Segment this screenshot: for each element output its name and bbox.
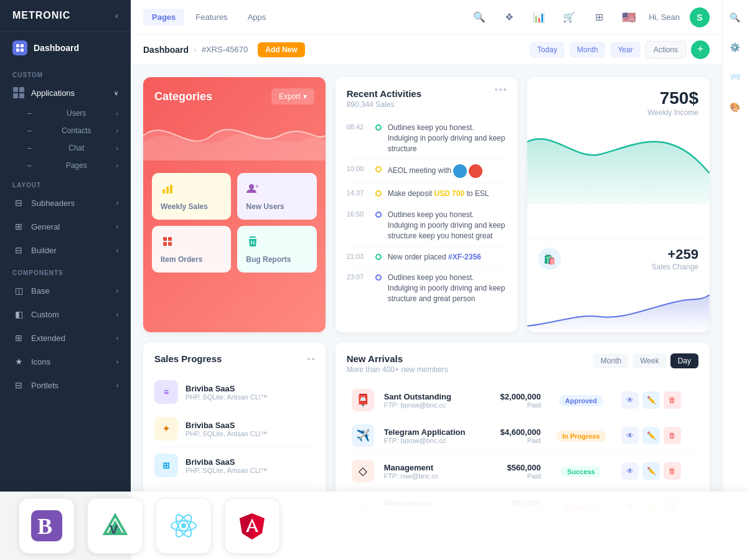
sidebar: METRONIC ‹ Dashboard CUSTOM Applications… [0, 0, 131, 560]
sp-item: ≡ Briviba SaaS PHP, SQLite, Artisan CLI™ [154, 374, 314, 411]
applications-icon [12, 86, 25, 99]
subheader-right-controls: Today Month Year Actions + [530, 40, 710, 59]
category-item-orders[interactable]: Item Orders [152, 226, 231, 273]
sidebar-item-contacts[interactable]: Contacts› [0, 122, 131, 139]
weekly-sales-icon [161, 182, 222, 198]
rp-search-icon[interactable]: 🔍 [725, 7, 745, 27]
status-badge: Success [561, 466, 601, 477]
network-icon[interactable]: ❖ [499, 7, 519, 27]
new-arrivals-subtitle: More than 400+ new members [347, 365, 448, 374]
sidebar-item-chat[interactable]: Chat› [0, 139, 131, 157]
filter-month-btn[interactable]: Month [593, 353, 629, 368]
add-new-button[interactable]: Add New [258, 42, 304, 57]
add-plus-button[interactable]: + [691, 40, 710, 59]
chart-icon[interactable]: 📊 [529, 7, 549, 27]
table-row: ✈️ Telegram ApplicationFTP: bprow@bnc.cc… [347, 418, 698, 454]
sidebar-collapse-icon[interactable]: ‹ [115, 11, 118, 21]
export-button[interactable]: Export ▾ [271, 88, 314, 105]
svg-text:V: V [110, 523, 118, 536]
search-icon[interactable]: 🔍 [469, 7, 489, 27]
sidebar-item-subheaders[interactable]: ⊟ Subheaders › [0, 191, 131, 215]
sales-progress-title: Sales Progress [154, 353, 222, 364]
sidebar-item-portlets[interactable]: ⊟ Portlets › [0, 373, 131, 397]
sp-menu[interactable] [308, 358, 314, 360]
bug-reports-icon [246, 235, 308, 251]
sidebar-item-pages[interactable]: Pages› [0, 157, 131, 174]
vue-icon[interactable]: V [87, 498, 143, 554]
category-bug-reports[interactable]: Bug Reports [237, 226, 316, 273]
rp-gear-icon[interactable]: ⚙️ [725, 37, 745, 57]
filter-month-button[interactable]: Month [570, 42, 605, 58]
user-avatar[interactable]: S [690, 7, 710, 27]
flag-icon[interactable]: 🇺🇸 [619, 7, 639, 27]
income-label: Weekly Income [538, 108, 698, 117]
base-icon: ◫ [12, 284, 25, 297]
sidebar-item-builder[interactable]: ⊟ Builder › [0, 238, 131, 262]
builder-icon: ⊟ [12, 244, 25, 256]
table-row: ◇ ManagementFTP: row@bnc.cc $560,000Paid… [347, 454, 698, 489]
view-button[interactable]: 👁 [621, 391, 639, 409]
right-panel: 🔍 ⚙️ 📨 🎨 [722, 0, 747, 560]
view-button[interactable]: 👁 [621, 427, 639, 444]
activity-item: 16:50 Outlines keep you honest. Indulgin… [347, 205, 507, 246]
sidebar-item-custom[interactable]: ◧ Custom › [0, 302, 131, 326]
bootstrap-icon[interactable]: B [19, 498, 75, 554]
sidebar-item-applications[interactable]: Applications ∨ [0, 81, 131, 105]
applications-label: Applications [31, 88, 75, 98]
weekly-sales-label: Weekly Sales [161, 202, 222, 211]
content-grid: Categories Export ▾ Weekly Sa [131, 65, 722, 560]
rp-palette-icon[interactable]: 🎨 [725, 97, 745, 117]
sidebar-item-general[interactable]: ⊞ General › [0, 215, 131, 238]
activities-title: Recent Activities [347, 88, 421, 99]
row-actions: 👁 ✏️ 🗑 [621, 391, 693, 409]
edit-button[interactable]: ✏️ [642, 391, 660, 409]
card-menu[interactable] [495, 88, 506, 91]
svg-rect-5 [166, 187, 169, 194]
delete-button[interactable]: 🗑 [664, 427, 681, 444]
grid-icon[interactable]: ⊞ [589, 7, 609, 27]
actions-button[interactable]: Actions [646, 41, 686, 58]
tab-apps[interactable]: Apps [239, 9, 275, 26]
delete-button[interactable]: 🗑 [664, 462, 681, 480]
svg-rect-4 [162, 189, 165, 194]
view-button[interactable]: 👁 [621, 462, 639, 480]
delete-button[interactable]: 🗑 [664, 391, 681, 409]
angular-icon[interactable] [224, 498, 280, 554]
app-icon: 📮 [352, 389, 374, 411]
filter-today-button[interactable]: Today [530, 42, 565, 58]
svg-rect-10 [168, 237, 172, 241]
na-filters: Month Week Day [593, 353, 698, 368]
table-row: 📮 Sant OutstandingFTP: bprow@bnc.cc $2,0… [347, 383, 698, 418]
tab-pages[interactable]: Pages [143, 9, 184, 26]
new-arrivals-title: New Arrivals [347, 353, 448, 364]
svg-rect-11 [163, 242, 167, 246]
layout-section-label: LAYOUT [0, 174, 131, 191]
sidebar-logo-area: METRONIC ‹ [0, 0, 131, 32]
filter-day-btn[interactable]: Day [670, 353, 698, 368]
activity-list: 08:42 Outlines keep you honest. Indulgin… [347, 118, 507, 310]
activities-subtitle: 890,344 Sales [347, 100, 421, 109]
tab-features[interactable]: Features [187, 9, 236, 26]
app-icon: ◇ [352, 460, 374, 482]
category-new-users[interactable]: + New Users [237, 173, 316, 220]
filter-year-button[interactable]: Year [610, 42, 640, 58]
svg-rect-2 [16, 49, 19, 52]
rp-send-icon[interactable]: 📨 [725, 67, 745, 87]
sidebar-item-base[interactable]: ◫ Base › [0, 279, 131, 302]
sidebar-dashboard-item[interactable]: Dashboard [0, 32, 131, 64]
main-area: Pages Features Apps 🔍 ❖ 📊 🛒 ⊞ 🇺🇸 Hi, Sea… [131, 0, 722, 560]
topnav-tabs: Pages Features Apps [143, 9, 275, 26]
react-icon[interactable] [156, 498, 212, 554]
category-weekly-sales[interactable]: Weekly Sales [152, 173, 231, 220]
sidebar-item-users[interactable]: Users› [0, 105, 131, 122]
activity-item: 21:03 New order placed #XF-2356 [347, 247, 507, 268]
cart-icon[interactable]: 🛒 [559, 7, 579, 27]
sidebar-item-icons[interactable]: ★ Icons › [0, 350, 131, 373]
row-actions: 👁 ✏️ 🗑 [621, 462, 693, 480]
edit-button[interactable]: ✏️ [642, 462, 660, 480]
filter-week-btn[interactable]: Week [632, 353, 666, 368]
edit-button[interactable]: ✏️ [642, 427, 660, 444]
categories-title: Categories [154, 90, 212, 103]
sidebar-item-extended[interactable]: ⊞ Extended › [0, 326, 131, 350]
breadcrumb: Dashboard › #XRS-45670 [143, 45, 248, 55]
